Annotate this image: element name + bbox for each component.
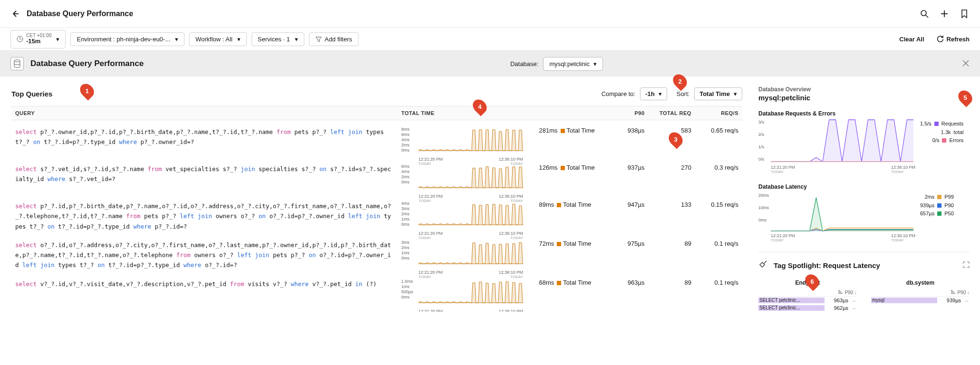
spotlight-row[interactable]: SELECT petclinic...963µs-- <box>758 297 857 304</box>
reqs-value: 0.65 req/s <box>695 120 742 158</box>
total-time-value: 126msTotal Time <box>539 164 595 171</box>
query-text: select p?_?.id,p?_?.birth_date,p?_?.name… <box>15 201 394 231</box>
back-button[interactable] <box>10 9 20 19</box>
sort-label: Sort: <box>677 90 689 97</box>
clock-icon <box>17 36 23 42</box>
top-bar: Database Query Performance <box>0 0 980 28</box>
expand-icon[interactable] <box>963 261 970 269</box>
svg-rect-15 <box>951 290 952 291</box>
refresh-button[interactable]: Refresh <box>937 36 970 43</box>
total-req-value: 89 <box>649 272 695 309</box>
services-filter[interactable]: Services · 1 ▾ <box>252 32 304 46</box>
col-total-time[interactable]: TOTAL TIME 4 <box>398 106 535 120</box>
query-text: select v?_?.id,v?_?.visit_date,v?_?.desc… <box>15 279 394 289</box>
total-req-value: 5833 <box>649 120 695 158</box>
reqs-value: 0.3 req/s <box>695 157 742 194</box>
latency-title: Database Latency <box>758 183 970 190</box>
sparkline[interactable]: 6ms4ms2ms0ms12:21:20 PMTODAY12:36:10 PMT… <box>401 164 525 192</box>
sort-select[interactable]: Total Time ▾ <box>694 87 742 100</box>
workflow-filter-label: Workflow : All <box>195 36 233 43</box>
close-button[interactable] <box>962 59 970 68</box>
sparkline[interactable]: 3ms2ms1ms0ms12:21:20 PMTODAY12:36:10 PMT… <box>401 240 525 269</box>
latency-chart: Database Latency 20ms10ms0ms 12:21:20 PM… <box>758 183 970 240</box>
environment-filter[interactable]: Environment : ph-ninja-dev-eu0-... ▾ <box>70 32 184 46</box>
sparkline[interactable]: 4ms3ms2ms1ms0ms12:21:20 PMTODAY12:36:10 … <box>401 201 525 230</box>
reqs-value: 0.15 req/s <box>695 194 742 233</box>
total-time-value: 72msTotal Time <box>539 240 592 247</box>
svg-rect-13 <box>951 293 955 294</box>
database-select-value: mysql:petclinic <box>549 60 590 67</box>
latency-legend: 2msP99939µsP90657µsP50 <box>920 193 954 240</box>
overview-pane: 5 Database Overview mysql:petclinic Data… <box>752 77 980 312</box>
requests-errors-title: Database Requests & Errors <box>758 110 970 117</box>
svg-line-1 <box>926 15 928 18</box>
database-icon <box>10 57 24 70</box>
p90-value: 975µs <box>606 233 649 272</box>
search-icon[interactable] <box>919 9 930 19</box>
total-time-value: 281msTotal Time <box>539 127 595 134</box>
query-text: select p?_?.owner_id,p?_?.id,p?_?.birth_… <box>15 127 394 147</box>
overview-title: Database Overview <box>758 86 970 93</box>
add-filters-label: Add filters <box>325 36 352 43</box>
p90-value: 947µs <box>606 194 649 233</box>
database-label: Database: <box>510 60 538 67</box>
environment-filter-label: Environment : ph-ninja-dev-eu0-... <box>77 36 170 43</box>
sort-icon[interactable] <box>951 290 955 294</box>
workflow-filter[interactable]: Workflow : All ▾ <box>189 32 247 46</box>
svg-rect-14 <box>951 291 954 292</box>
query-row[interactable]: select v?_?.id,v?_?.visit_date,v?_?.desc… <box>11 272 742 309</box>
add-filters-button[interactable]: Add filters <box>309 32 359 46</box>
query-text: select o?_?.id,o?_?.address,o?_?.city,o?… <box>15 240 394 270</box>
bookmark-icon[interactable] <box>959 9 970 19</box>
services-filter-label: Services · 1 <box>258 36 290 43</box>
tag-spotlight: Tag Spotlight: Request Latency 6 Endpoin… <box>758 252 970 312</box>
col-p90[interactable]: P90 <box>606 106 649 120</box>
col-total-req[interactable]: TOTAL REQ <box>649 106 695 120</box>
p90-value: 937µs <box>606 157 649 194</box>
spotlight-col-title: db.system <box>871 279 970 286</box>
sparkline[interactable]: 1.5ms1ms500µs0ms12:21:20 PMTODAY12:36:10… <box>401 279 525 307</box>
total-time-value: 68msTotal Time <box>539 279 592 286</box>
panel-title: Database Query Performance <box>30 59 144 68</box>
chevron-down-icon: ▾ <box>593 60 597 67</box>
top-queries-pane: Top Queries 1 Compare to: -1h ▾ 2 Sort: … <box>0 77 752 312</box>
compare-value: -1h <box>645 90 655 97</box>
top-queries-title: Top Queries <box>11 90 52 98</box>
clear-all-button[interactable]: Clear All <box>899 36 924 43</box>
p90-value: 938µs <box>606 120 649 158</box>
query-row[interactable]: select o?_?.id,o?_?.address,o?_?.city,o?… <box>11 233 742 272</box>
page-title: Database Query Performance <box>27 10 133 18</box>
total-req-value: 89 <box>649 233 695 272</box>
latency-plot[interactable] <box>771 193 913 235</box>
chevron-down-icon: ▾ <box>734 90 737 97</box>
compare-select[interactable]: -1h ▾ <box>640 87 667 100</box>
chevron-down-icon: ▾ <box>237 36 241 43</box>
overview-db-name: mysql:petclinic <box>758 94 970 102</box>
total-time-value: 89msTotal Time <box>539 201 592 208</box>
compare-label: Compare to: <box>602 90 636 97</box>
sort-icon[interactable] <box>838 290 843 294</box>
spotlight-icon <box>758 260 769 271</box>
main-content: Top Queries 1 Compare to: -1h ▾ 2 Sort: … <box>0 77 980 312</box>
panel-header: Database Query Performance Database: mys… <box>0 51 980 77</box>
total-req-value: 133 <box>649 194 695 233</box>
col-query[interactable]: QUERY <box>11 106 398 120</box>
query-row[interactable]: select p?_?.owner_id,p?_?.id,p?_?.birth_… <box>11 120 742 158</box>
spotlight-row[interactable]: SELECT petclinic...962µs-- <box>758 304 857 312</box>
sparkline[interactable]: 8ms6ms4ms2ms0ms12:21:20 PMTODAY12:36:10 … <box>401 127 525 155</box>
col-total-time-value[interactable] <box>535 106 606 120</box>
refresh-icon <box>937 36 944 43</box>
requests-errors-plot[interactable] <box>771 120 913 167</box>
reqs-value: 0.1 req/s <box>695 233 742 272</box>
chevron-down-icon: ▾ <box>175 36 178 43</box>
sort-value: Total Time <box>699 90 730 97</box>
time-range-picker[interactable]: CET +01:00 -15m ▾ <box>10 30 66 48</box>
add-icon[interactable] <box>939 9 950 19</box>
database-select[interactable]: mysql:petclinic ▾ <box>543 57 603 71</box>
queries-table: QUERY TOTAL TIME 4 P90 TOTAL REQ REQ/S s… <box>11 106 742 309</box>
query-row[interactable]: select s?_?.vet_id,s?_?.id,s?_?.name fro… <box>11 157 742 194</box>
requests-errors-chart: Database Requests & Errors 3/s2/s1/s0/s … <box>758 110 970 172</box>
col-reqs[interactable]: REQ/S <box>695 106 742 120</box>
query-row[interactable]: select p?_?.id,p?_?.birth_date,p?_?.name… <box>11 194 742 233</box>
spotlight-row[interactable]: mysql939µs-- <box>871 297 970 304</box>
